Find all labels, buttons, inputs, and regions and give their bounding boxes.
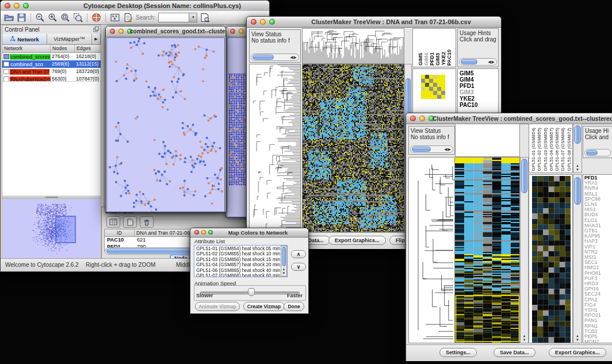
- search-dropdown-arrow[interactable]: ▼: [189, 13, 197, 22]
- zoom-out-icon[interactable]: [35, 13, 45, 22]
- float-panel-icon[interactable]: [93, 26, 99, 33]
- animate-vizmap-button[interactable]: Animate Vizmap: [195, 302, 240, 311]
- search-options-icon[interactable]: [200, 13, 210, 22]
- tv2-row-dendrogram[interactable]: [408, 157, 455, 343]
- create-vizmap-button[interactable]: Create Vizmap: [243, 302, 285, 311]
- tv2-gene-label[interactable]: PFD1: [584, 175, 611, 181]
- network-tree-row[interactable]: DNA and Tran 07769(0)183728(0): [2, 68, 101, 75]
- view-status-hscrollbar[interactable]: ◀▶: [251, 53, 299, 61]
- move-up-button[interactable]: ∧: [291, 250, 306, 258]
- attribute-list-item[interactable]: GPL51-06 (GSM865) heat shock 40 min: [195, 268, 280, 273]
- tv2-gene-label[interactable]: RPO21: [584, 313, 611, 318]
- tv1-gene-label[interactable]: YKE2: [460, 95, 496, 102]
- tv2-heatmap[interactable]: [455, 157, 520, 343]
- tab-vizmapper[interactable]: VizMapper™: [47, 34, 92, 44]
- tv2-gene-label[interactable]: SPC98: [584, 197, 611, 202]
- tv2-gene-label[interactable]: VIP1: [584, 244, 611, 250]
- export-graphics-button[interactable]: Export Graphics...: [549, 348, 606, 357]
- save-data-button[interactable]: Save Data...: [494, 348, 536, 357]
- tv2-gene-label[interactable]: PEP5: [584, 334, 611, 339]
- network-tree-row[interactable]: combined_scores_2764(0)16218(0): [2, 53, 101, 60]
- data-col-id[interactable]: ID: [105, 229, 135, 236]
- tv2-labels-vscrollbar[interactable]: ▲▼: [573, 124, 582, 173]
- tv1-heatmap[interactable]: [302, 64, 404, 232]
- zoom-in-icon[interactable]: [48, 13, 58, 22]
- attribute-list-item[interactable]: GPL51-07 (GSM868) heat shock 60 min: [195, 273, 280, 277]
- attribute-list-item[interactable]: GPL51-04 (GSM857) heat shock 20 min: [195, 262, 280, 267]
- zoom-fit-icon[interactable]: [60, 13, 70, 22]
- tv2-gene-label[interactable]: FIG4: [584, 302, 611, 308]
- tv2-gene-label[interactable]: NIS1: [584, 207, 611, 212]
- tv1-gene-label[interactable]: GIM4: [460, 76, 496, 83]
- tv2-gene-label[interactable]: TCB3: [584, 329, 611, 334]
- attribute-list-item[interactable]: GPL51-02 (GSM855) heat shock 10 min: [195, 251, 280, 256]
- tv1-row-dendrogram-canvas[interactable]: [250, 64, 300, 232]
- network1-canvas[interactable]: [106, 37, 225, 212]
- tv2-heatmap-vscrollbar[interactable]: ▲▼: [520, 157, 529, 343]
- tv1-similarity-matrix[interactable]: [421, 75, 456, 99]
- tv2-gene-label[interactable]: MAK31: [584, 223, 611, 228]
- tv1-gene-label[interactable]: GIM5: [460, 70, 496, 76]
- save-icon[interactable]: [17, 13, 26, 22]
- dialog-titlebar[interactable]: Map Colors to Network: [190, 228, 308, 237]
- tv1-gene-label[interactable]: PAC10: [460, 102, 496, 108]
- tv2-gene-label[interactable]: BUD4: [584, 212, 611, 217]
- treeview1-titlebar[interactable]: ClusterMaker TreeView : DNA and Tran 07-…: [247, 17, 501, 28]
- move-down-button[interactable]: ∨: [291, 263, 306, 271]
- tv1-gene-label[interactable]: PFD1: [460, 83, 496, 89]
- minimize-button[interactable]: [239, 29, 244, 34]
- animation-slider-thumb[interactable]: [248, 288, 255, 296]
- attribute-list[interactable]: GPL51-01 (GSM854) heat shock 05 minGPL51…: [194, 245, 288, 277]
- main-titlebar[interactable]: Cytoscape Desktop (Session Name: collins…: [1, 1, 269, 12]
- tv2-gene-label[interactable]: KAP95: [584, 233, 611, 239]
- tv2-row-dendrogram-canvas[interactable]: [409, 158, 454, 343]
- tv2-gene-label[interactable]: MON2: [584, 339, 611, 343]
- tv2-gene-label[interactable]: GPI16: [584, 286, 611, 292]
- treeview2-titlebar[interactable]: ClusterMaker TreeView : combined_scores_…: [406, 113, 612, 124]
- tv2-gene-label[interactable]: PHO81: [584, 271, 611, 276]
- tv2-gene-label[interactable]: HAP3: [584, 239, 611, 244]
- tv2-gene-label[interactable]: MSL1: [584, 191, 611, 197]
- birdseye-view[interactable]: [3, 199, 100, 258]
- tv2-gene-label[interactable]: YSH1: [584, 308, 611, 313]
- vizmapper-icon[interactable]: [110, 13, 120, 22]
- tv2-gene-label[interactable]: PAN1: [584, 318, 611, 323]
- birdseye-canvas[interactable]: [3, 199, 100, 258]
- tv2-gene-label[interactable]: SEC24: [584, 292, 611, 297]
- tv2-gene-label[interactable]: PUF3: [584, 276, 611, 281]
- attribute-list-item[interactable]: GPL51-01 (GSM854) heat shock 05 min: [195, 246, 280, 251]
- tv2-gene-label[interactable]: CLN1: [584, 202, 611, 207]
- export-graphics-button[interactable]: Export Graphics...: [328, 236, 386, 245]
- usage-hints-hscrollbar[interactable]: ◀▶: [459, 58, 497, 66]
- tv2-zoom-heatmap-canvas[interactable]: [532, 176, 571, 343]
- tv2-zoom-vscrollbar[interactable]: ▲▼: [573, 174, 582, 343]
- tv2-gene-label[interactable]: NTR2: [584, 250, 611, 255]
- close-button[interactable]: [230, 29, 235, 34]
- tv2-gene-label[interactable]: YRA1: [584, 181, 611, 186]
- search-input[interactable]: ▼: [158, 13, 197, 22]
- tv2-gene-label[interactable]: HRD3: [584, 281, 611, 286]
- network-tree-row[interactable]: combined_sco2569(6)13112(15): [2, 60, 101, 68]
- tv1-heatmap-canvas[interactable]: [303, 64, 404, 232]
- annotation-icon[interactable]: [123, 13, 133, 22]
- tv1-column-dendrogram-canvas[interactable]: [303, 29, 404, 63]
- tv2-gene-label[interactable]: HMG1: [584, 265, 611, 270]
- tv2-gene-label[interactable]: MSI1: [584, 255, 611, 260]
- tv2-gene-label[interactable]: CPA2: [584, 297, 611, 302]
- attribute-list-item[interactable]: GPL51-03 (GSM856) heat shock 15 min: [195, 257, 280, 262]
- tv2-gene-label[interactable]: GTB1: [584, 228, 611, 233]
- tv2-gene-label[interactable]: RPN1: [584, 324, 611, 329]
- tv1-gene-label[interactable]: GIM3: [460, 89, 496, 95]
- tab-network[interactable]: Network: [2, 34, 47, 44]
- tv2-zoom-panel[interactable]: [529, 174, 573, 343]
- new-attribute-icon[interactable]: [123, 216, 137, 228]
- attribute-list-vscrollbar[interactable]: ▲▼: [281, 246, 287, 277]
- done-button[interactable]: Done: [284, 302, 304, 311]
- tv2-gene-label[interactable]: RNR4: [584, 186, 611, 191]
- settings-button[interactable]: Settings...: [439, 348, 477, 357]
- delete-attribute-trash-icon[interactable]: [140, 216, 154, 228]
- zoom-selected-icon[interactable]: [73, 13, 83, 22]
- tv2-gene-label[interactable]: ELG1: [584, 218, 611, 223]
- open-file-icon[interactable]: [4, 13, 14, 22]
- attribute-table-icon[interactable]: [106, 216, 120, 228]
